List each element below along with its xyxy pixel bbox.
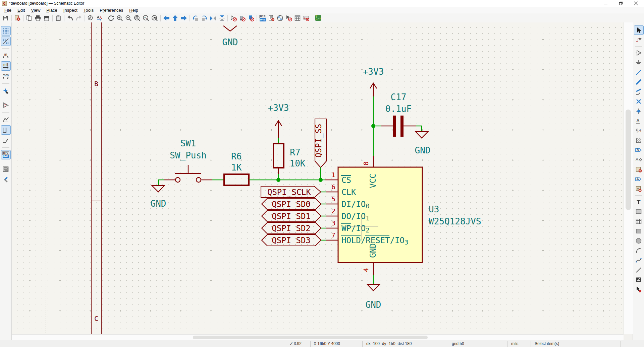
wire-c17-gnd[interactable]: [416, 126, 422, 132]
assign-footprints-button[interactable]: [247, 14, 255, 22]
image-tool[interactable]: [634, 275, 643, 284]
menu-edit[interactable]: Edit: [14, 7, 28, 13]
print-button[interactable]: [34, 14, 42, 22]
units-mils-button[interactable]: mil: [1, 62, 10, 70]
global-label-qspi-ss[interactable]: QSPI_SS: [314, 119, 326, 167]
global-label-tool[interactable]: A: [634, 146, 643, 154]
power-3v3-right[interactable]: +3V3: [363, 67, 384, 96]
junction-tool[interactable]: [634, 107, 643, 116]
refresh-button[interactable]: [107, 14, 115, 22]
draw-wire-tool[interactable]: [634, 68, 643, 77]
horizontal-scrollbar[interactable]: [12, 334, 624, 340]
vertical-scrollbar-thumb[interactable]: [626, 110, 631, 210]
global-label-qspi-sd2[interactable]: QSPI_SD2: [262, 222, 321, 234]
show-hidden-pins-toggle[interactable]: [1, 101, 10, 110]
hierarchical-label-tool[interactable]: A: [634, 155, 643, 164]
menu-place[interactable]: Place: [43, 7, 60, 13]
menu-view[interactable]: View: [28, 7, 43, 13]
text-tool[interactable]: T: [634, 198, 643, 206]
import-sheet-pin-tool[interactable]: A: [634, 185, 643, 193]
redo-button[interactable]: [74, 14, 83, 22]
nav-leave-sheet-button[interactable]: [162, 14, 171, 22]
zoom-out-button[interactable]: [124, 14, 133, 22]
show-grid-toggle[interactable]: [1, 26, 10, 35]
wires-label-stubs[interactable]: [321, 192, 326, 240]
find-replace-button[interactable]: [95, 14, 104, 22]
nav-next-sheet-button[interactable]: [179, 14, 188, 22]
crosshair-cursor-toggle[interactable]: [1, 86, 10, 95]
plot-button[interactable]: [42, 14, 51, 22]
rule-area-tool[interactable]: [634, 136, 643, 145]
wire-45-mode[interactable]: [1, 136, 10, 145]
annotate-button[interactable]: R?? R42: [258, 14, 267, 22]
paste-button[interactable]: [54, 14, 63, 22]
line-tool[interactable]: [634, 266, 643, 274]
textbox-tool[interactable]: [634, 207, 643, 216]
show-hidden-fields-toggle[interactable]: R?? R42: [1, 150, 10, 159]
symbol-r6[interactable]: R6 1K: [224, 151, 249, 185]
power-gnd-top[interactable]: GND: [222, 26, 238, 47]
symbol-u3[interactable]: 1 6 5 2 3 7 8 4 CS CLK DI/IO0 DO/IO1 WP/…: [325, 156, 481, 275]
restore-button[interactable]: [613, 0, 628, 7]
symbol-r7[interactable]: R7 10K: [273, 144, 306, 174]
schematic-canvas[interactable]: B C GND GND SW1: [12, 22, 624, 334]
schematic-setup-button[interactable]: [13, 14, 22, 22]
symbol-c17[interactable]: C17 0.1uF: [381, 92, 416, 137]
symbol-editor-button[interactable]: [229, 14, 238, 22]
global-label-qspi-sd3[interactable]: QSPI_SD3: [262, 234, 321, 246]
rotate-ccw-button[interactable]: [191, 14, 200, 22]
highlight-net-tool[interactable]: [634, 36, 643, 44]
zoom-selection-button[interactable]: [150, 14, 159, 22]
nav-up-hierarchy-button[interactable]: [171, 14, 179, 22]
global-label-qspi-sd0[interactable]: QSPI_SD0: [262, 198, 321, 210]
place-symbol-tool[interactable]: [634, 49, 643, 57]
units-mm-button[interactable]: mm: [1, 72, 10, 81]
bezier-tool[interactable]: [634, 256, 643, 265]
draw-bus-tool[interactable]: [634, 78, 643, 86]
zoom-fit-page-button[interactable]: [133, 14, 142, 22]
netclass-directive-tool[interactable]: A: [634, 126, 643, 135]
mirror-vertical-button[interactable]: [217, 14, 226, 22]
global-label-qspi-sd1[interactable]: QSPI_SD1: [262, 210, 321, 222]
horizontal-scrollbar-thumb[interactable]: [193, 336, 428, 339]
symbol-fields-table-button[interactable]: [293, 14, 302, 22]
save-button[interactable]: [1, 14, 10, 22]
menu-file[interactable]: File: [1, 7, 14, 13]
simulator-button[interactable]: [276, 14, 284, 22]
wire-sw-gnd[interactable]: [159, 180, 164, 186]
find-button[interactable]: [86, 14, 95, 22]
wire-to-bus-entry-tool[interactable]: [634, 87, 643, 96]
wire-hv-mode[interactable]: [1, 126, 10, 134]
global-label-qspi-sclk[interactable]: QSPI_SCLK: [261, 186, 321, 198]
sheet-pin-tool[interactable]: A: [634, 175, 643, 184]
table-tool[interactable]: [634, 217, 643, 226]
power-gnd-c17[interactable]: GND: [415, 132, 431, 155]
menu-preferences[interactable]: Preferences: [97, 7, 126, 13]
delete-tool[interactable]: [634, 285, 643, 294]
rectangle-tool[interactable]: [634, 227, 643, 235]
properties-panel-toggle[interactable]: [1, 175, 10, 184]
zoom-fit-objects-button[interactable]: [142, 14, 150, 22]
close-button[interactable]: [628, 0, 643, 7]
power-gnd-u3[interactable]: GND: [366, 284, 381, 310]
menu-inspect[interactable]: Inspect: [60, 7, 80, 13]
minimize-button[interactable]: [598, 0, 613, 7]
probe-button[interactable]: [284, 14, 293, 22]
mirror-horizontal-button[interactable]: [209, 14, 217, 22]
symbol-library-browser-button[interactable]: [238, 14, 247, 22]
open-pcb-editor-button[interactable]: [314, 14, 322, 22]
place-power-symbol-tool[interactable]: [634, 58, 643, 67]
power-gnd-switch[interactable]: GND: [151, 186, 166, 209]
power-3v3-left[interactable]: +3V3: [268, 103, 289, 138]
zoom-in-button[interactable]: [115, 14, 124, 22]
erc-button[interactable]: [267, 14, 276, 22]
bom-button[interactable]: .bom: [302, 14, 311, 22]
menu-help[interactable]: Help: [126, 7, 141, 13]
hierarchy-navigator-toggle[interactable]: [1, 165, 10, 174]
grid-overrides-toggle[interactable]: [1, 37, 10, 46]
units-inches-button[interactable]: in: [1, 51, 10, 60]
arc-tool[interactable]: [634, 246, 643, 255]
vertical-scrollbar[interactable]: [624, 22, 633, 334]
undo-button[interactable]: [66, 14, 74, 22]
no-connect-flag-tool[interactable]: [634, 97, 643, 106]
